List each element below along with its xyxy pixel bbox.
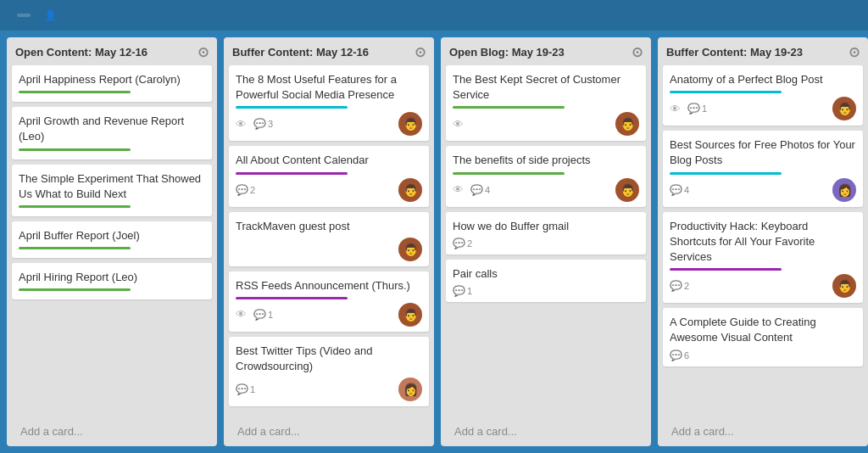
comment-count: 2 [684,281,689,291]
card-meta: 💬2👨 [236,178,422,202]
comment-icon: 💬 [253,118,266,130]
comment-icon: 💬 [670,280,682,292]
comment-stat: 💬2 [453,238,472,249]
cards-container-col4: Anatomy of a Perfect Blog Post👁💬1👨Best S… [658,65,868,418]
card[interactable]: How we do Buffer gmail💬2 [446,212,646,254]
card-title: A Complete Guide to Creating Awesome Vis… [670,315,856,345]
column-title-col4: Buffer Content: May 19-23 [666,46,849,59]
card-stats: 👁💬4 [453,183,490,196]
card[interactable]: Anatomy of a Perfect Blog Post👁💬1👨 [663,65,863,126]
comment-count: 2 [467,238,472,249]
comment-count: 2 [250,185,255,195]
card-avatar: 👨 [615,112,639,136]
card[interactable]: A Complete Guide to Creating Awesome Vis… [663,308,863,366]
card-progress-bar [453,172,565,175]
column-col4: Buffer Content: May 19-23⊙Anatomy of a P… [658,37,868,446]
column-col2: Buffer Content: May 12-16⊙The 8 Most Use… [224,37,434,446]
comment-stat: 💬1 [253,309,273,321]
column-title-col2: Buffer Content: May 12-16 [232,46,415,59]
comment-icon: 💬 [470,184,483,196]
comment-stat: 💬4 [470,184,490,196]
buffer-tag[interactable] [17,14,31,17]
card[interactable]: Pair calls💬1 [446,260,646,302]
card[interactable]: April Happiness Report (Carolyn) [12,65,212,102]
card-progress-bar [453,106,565,109]
comment-icon: 💬 [670,350,682,361]
card-meta: 👨 [236,238,422,261]
comment-count: 4 [485,185,490,195]
comment-stat: 💬4 [670,184,689,196]
comment-icon: 💬 [453,238,465,249]
card[interactable]: April Growth and Revenue Report (Leo) [12,107,212,159]
card-title: Best Twitter Tips (Video and Crowdsourci… [236,344,422,374]
column-settings-icon[interactable]: ⊙ [632,44,643,60]
card-progress-bar [19,91,131,93]
eye-icon: 👁 [453,118,464,131]
card-stats: 💬6 [670,350,689,361]
card-meta: 👁💬3👨 [236,112,422,136]
card-stats: 👁 [453,118,464,131]
eye-icon: 👁 [236,308,247,321]
card-title: How we do Buffer gmail [453,219,639,234]
add-card-button[interactable]: Add a card... [12,420,212,443]
eye-stat: 👁 [453,183,464,196]
card[interactable]: The Best Kept Secret of Customer Service… [446,65,646,141]
card-avatar: 👨 [832,274,856,298]
column-settings-icon[interactable]: ⊙ [849,44,860,60]
card[interactable]: The benefits of side projects👁💬4👨 [446,146,646,206]
card[interactable]: TrackMaven guest post👨 [229,212,429,266]
card-title: Pair calls [453,266,639,282]
card[interactable]: April Hiring Report (Leo) [12,263,212,299]
column-col1: Open Content: May 12-16⊙April Happiness … [7,37,217,446]
card[interactable]: Best Twitter Tips (Video and Crowdsourci… [229,337,429,406]
add-card-button[interactable]: Add a card... [446,420,646,443]
card-stats: 💬2 [453,238,472,249]
card-progress-bar [19,288,131,291]
card[interactable]: The Simple Experiment That Showed Us Wha… [12,165,212,216]
column-settings-icon[interactable]: ⊙ [415,44,426,60]
comment-icon: 💬 [687,103,700,115]
org-icon: 👤 [44,9,57,21]
eye-stat: 👁 [236,118,247,131]
card-title: RSS Feeds Announcement (Thurs.) [236,278,422,294]
card[interactable]: Productivity Hack: Keyboard Shortcuts fo… [663,212,863,304]
card-meta: 💬1 [453,285,639,297]
add-card-button[interactable]: Add a card... [663,420,863,443]
card-progress-bar [670,91,782,93]
card-stats: 💬2 [670,280,689,292]
column-settings-icon[interactable]: ⊙ [198,44,209,60]
cards-container-col1: April Happiness Report (Carolyn)April Gr… [7,65,217,418]
card-meta: 💬1👩 [236,378,422,401]
comment-icon: 💬 [453,285,465,297]
comment-stat: 💬1 [687,103,707,115]
comment-stat: 💬1 [236,383,255,395]
card-title: Productivity Hack: Keyboard Shortcuts fo… [670,219,856,266]
comment-icon: 💬 [236,184,248,196]
card[interactable]: Best Sources for Free Photos for Your Bl… [663,131,863,206]
card-title: The Best Kept Secret of Customer Service [453,72,639,103]
card-avatar: 👨 [398,112,422,136]
card[interactable]: All About Content Calendar💬2👨 [229,146,429,206]
comment-stat: 💬2 [236,184,255,196]
card[interactable]: April Buffer Report (Joel) [12,221,212,258]
card-meta: 💬6 [670,350,856,361]
comment-count: 3 [268,119,273,129]
card-progress-bar [236,297,348,299]
card-meta: 👁💬1👨 [670,97,856,120]
column-header-col1: Open Content: May 12-16⊙ [7,37,217,65]
card-title: The Simple Experiment That Showed Us Wha… [19,171,205,202]
card-avatar: 👨 [398,238,422,261]
card-title: The 8 Most Useful Features for a Powerfu… [236,72,422,103]
card-avatar: 👩 [832,178,856,202]
card[interactable]: RSS Feeds Announcement (Thurs.)👁💬1👨 [229,271,429,332]
card-progress-bar [236,172,348,175]
add-card-button[interactable]: Add a card... [229,420,429,443]
card-title: Anatomy of a Perfect Blog Post [670,72,856,87]
org-visible: 👤 [44,9,60,21]
column-header-col3: Open Blog: May 19-23⊙ [441,37,651,65]
comment-count: 1 [467,286,472,296]
cards-container-col2: The 8 Most Useful Features for a Powerfu… [224,65,434,418]
card-progress-bar [670,172,782,175]
card[interactable]: The 8 Most Useful Features for a Powerfu… [229,65,429,141]
eye-icon: 👁 [670,103,681,115]
